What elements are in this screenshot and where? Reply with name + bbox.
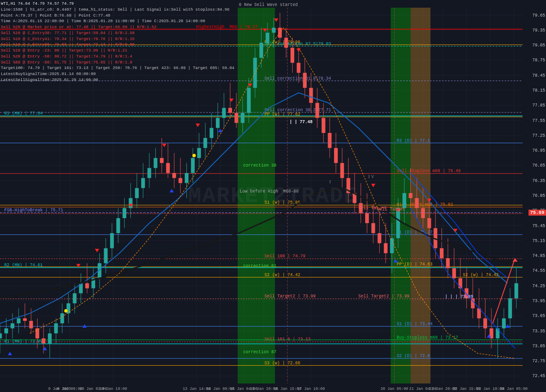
chart-container: MARKET2TRADE WTI,H1 74.64 74.79 74.57 74… <box>0 0 546 392</box>
current-price-box: 75.69 <box>529 210 546 216</box>
chart-canvas <box>0 0 546 392</box>
